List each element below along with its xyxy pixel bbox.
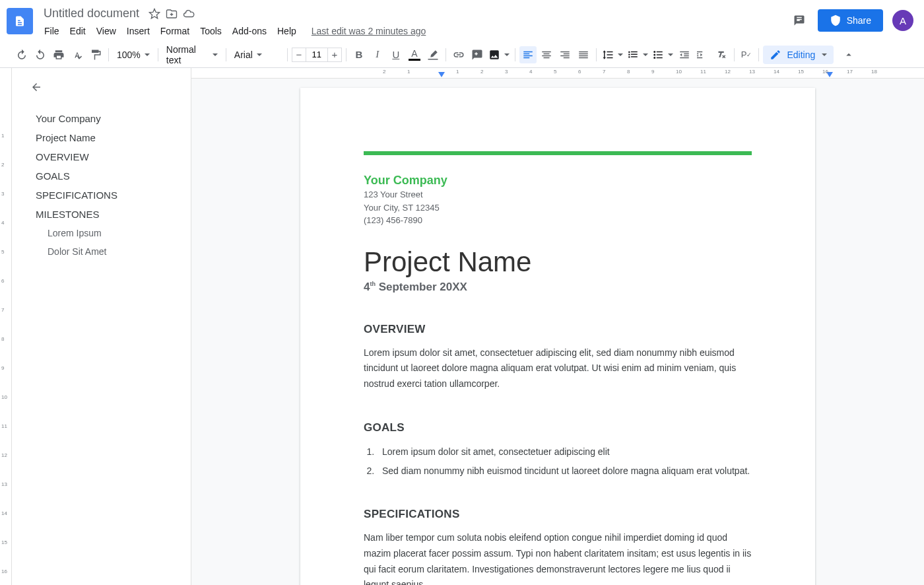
header-color-bar (364, 151, 752, 155)
toolbar: 100% Normal text Arial − + B I U A P✓ Ed… (0, 42, 924, 68)
insert-image-select[interactable] (487, 48, 511, 62)
paragraph-style-select[interactable]: Normal text (162, 43, 222, 67)
outline-item[interactable]: Dolor Sit Amet (17, 242, 188, 261)
page[interactable]: Your Company 123 Your Street Your City, … (300, 88, 815, 585)
address-line[interactable]: 123 Your Street (364, 189, 752, 201)
font-select[interactable]: Arial (230, 48, 283, 61)
menu-insert[interactable]: Insert (122, 23, 154, 39)
horizontal-ruler: 21123456789101112131415161718 (191, 68, 924, 79)
list-item[interactable]: Sed diam nonummy nibh euismod tincidunt … (377, 463, 752, 479)
specs-body[interactable]: Nam liber tempor cum soluta nobis eleife… (364, 530, 752, 585)
align-left-icon[interactable] (519, 46, 537, 63)
section-overview-heading[interactable]: OVERVIEW (364, 323, 752, 336)
separator (158, 48, 158, 61)
menu-addons[interactable]: Add-ons (228, 23, 271, 39)
project-title[interactable]: Project Name (364, 246, 752, 278)
menu-file[interactable]: File (40, 23, 64, 39)
address-line[interactable]: Your City, ST 12345 (364, 202, 752, 214)
menu-format[interactable]: Format (156, 23, 194, 39)
outline-item[interactable]: GOALS (17, 166, 188, 186)
comments-icon[interactable] (790, 11, 808, 30)
collapse-toolbar-icon[interactable] (840, 46, 857, 63)
checklist-select[interactable] (626, 48, 649, 62)
separator (446, 48, 446, 61)
company-heading[interactable]: Your Company (364, 174, 752, 188)
underline-icon[interactable]: U (387, 46, 405, 63)
section-specs-heading[interactable]: SPECIFICATIONS (364, 508, 752, 521)
highlight-icon[interactable] (424, 46, 442, 63)
add-comment-icon[interactable] (469, 46, 486, 63)
outline-item[interactable]: OVERVIEW (17, 147, 188, 166)
separator (515, 48, 515, 61)
editing-mode-select[interactable]: Editing (763, 46, 834, 64)
zoom-select[interactable]: 100% (113, 48, 154, 61)
insert-link-icon[interactable] (450, 46, 467, 63)
svg-point-0 (653, 51, 655, 53)
list-item[interactable]: Lorem ipsum dolor sit amet, consectetuer… (377, 444, 752, 460)
outline-item[interactable]: SPECIFICATIONS (17, 186, 188, 205)
increase-font-button[interactable]: + (327, 48, 342, 62)
star-icon[interactable] (148, 8, 160, 20)
align-justify-icon[interactable] (575, 46, 592, 63)
svg-point-2 (653, 57, 655, 59)
separator (108, 48, 109, 61)
left-indent-marker[interactable] (438, 72, 450, 84)
outline-back-icon[interactable] (28, 79, 45, 96)
separator (734, 48, 735, 61)
docs-logo[interactable] (7, 8, 33, 34)
last-edit-link[interactable]: Last edit was 2 minutes ago (312, 26, 426, 36)
decrease-indent-icon[interactable] (676, 46, 693, 63)
increase-indent-icon[interactable] (694, 46, 711, 63)
outline-item[interactable]: MILESTONES (17, 205, 188, 224)
vertical-ruler: 1234567891011121314151617 (0, 68, 12, 585)
doc-title-input[interactable]: Untitled document (40, 5, 143, 22)
bold-icon[interactable]: B (350, 46, 368, 63)
spellcheck-icon[interactable] (69, 46, 86, 63)
personal-dict-icon[interactable]: P✓ (739, 46, 755, 63)
separator (346, 48, 346, 61)
share-label: Share (847, 15, 871, 26)
font-size-input[interactable] (306, 48, 327, 62)
text-color-icon[interactable]: A (406, 46, 423, 63)
share-button[interactable]: Share (818, 9, 883, 32)
section-goals-heading[interactable]: GOALS (364, 421, 752, 434)
overview-body[interactable]: Lorem ipsum dolor sit amet, consectetuer… (364, 345, 752, 392)
align-center-icon[interactable] (538, 46, 555, 63)
menu-edit[interactable]: Edit (65, 23, 90, 39)
editing-label: Editing (787, 50, 815, 60)
goals-list[interactable]: Lorem ipsum dolor sit amet, consectetuer… (364, 444, 752, 479)
bulleted-list-select[interactable] (651, 48, 675, 62)
outline-item[interactable]: Project Name (17, 128, 188, 147)
paint-format-icon[interactable] (87, 46, 104, 63)
outline-panel: Your CompanyProject NameOVERVIEWGOALSSPE… (12, 68, 191, 585)
outline-item[interactable]: Lorem Ipsum (17, 224, 188, 242)
menu-help[interactable]: Help (273, 23, 301, 39)
separator (287, 48, 288, 61)
line-spacing-select[interactable] (601, 48, 624, 62)
redo-icon[interactable] (32, 46, 49, 63)
menu-bar: File Edit View Insert Format Tools Add-o… (40, 23, 790, 39)
separator (226, 48, 226, 61)
cloud-icon[interactable] (183, 8, 195, 20)
project-date[interactable]: 4th September 20XX (364, 281, 752, 294)
align-right-icon[interactable] (556, 46, 574, 63)
address-line[interactable]: (123) 456-7890 (364, 215, 752, 226)
separator (758, 48, 759, 61)
move-icon[interactable] (166, 8, 178, 20)
separator (596, 48, 597, 61)
outline-item[interactable]: Your Company (17, 109, 188, 128)
document-canvas[interactable]: 21123456789101112131415161718 Your Compa… (191, 68, 924, 585)
svg-point-1 (653, 53, 655, 55)
menu-view[interactable]: View (92, 23, 121, 39)
clear-format-icon[interactable] (713, 46, 730, 63)
menu-tools[interactable]: Tools (195, 23, 226, 39)
account-avatar[interactable]: A (892, 10, 913, 31)
decrease-font-button[interactable]: − (292, 48, 306, 62)
print-icon[interactable] (50, 46, 67, 63)
italic-icon[interactable]: I (369, 46, 386, 63)
undo-icon[interactable] (13, 46, 30, 63)
